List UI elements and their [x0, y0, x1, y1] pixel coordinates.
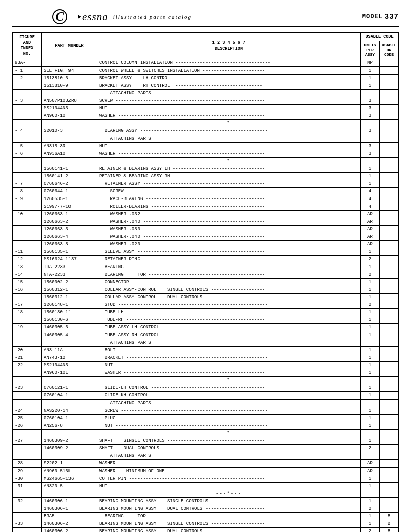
cell-usable-code	[380, 323, 399, 331]
cell-part-number	[42, 89, 97, 97]
cell-usable-code	[380, 218, 399, 225]
cell-description: COLLAR ASSY-CONTROL SINGLE CONTROLS ----…	[97, 286, 361, 293]
cell-usable-code	[380, 361, 399, 369]
cell-description: ---*---	[97, 157, 361, 165]
table-row: -22MS21044N3 NUT -----------------------…	[13, 361, 399, 369]
cell-part-number: 0760121-1	[42, 384, 97, 391]
cell-units: 2	[361, 444, 380, 452]
cell-usable-code	[380, 135, 399, 142]
cell-description: SLEEVE ASSY ----------------------------…	[97, 248, 361, 255]
cell-units: 1	[361, 248, 380, 255]
cell-description: WASHER-.050 ----------------------------…	[97, 225, 361, 233]
cell-usable-code	[380, 180, 399, 187]
th-part-number: PART NUMBER	[42, 33, 97, 59]
cell-usable-code	[380, 414, 399, 422]
cell-units	[361, 157, 380, 165]
cell-part-number	[42, 157, 97, 165]
cell-figure	[13, 89, 42, 97]
cell-usable-code	[380, 482, 399, 490]
cell-units: 2	[361, 271, 380, 278]
cell-figure	[13, 119, 42, 127]
cell-description: TUBE ASSY-LH CONTROL -------------------…	[97, 323, 361, 331]
cell-usable-code	[380, 97, 399, 104]
cell-part-number	[42, 376, 97, 384]
cell-figure: -10	[13, 210, 42, 218]
cell-figure: -13	[13, 263, 42, 271]
cell-usable-code	[380, 437, 399, 444]
cell-units: 1	[361, 263, 380, 271]
cell-figure: -15	[13, 278, 42, 286]
cell-description: BEARING MOUNTING ASSY SINGLE CONTROLS --…	[97, 497, 361, 505]
cell-part-number: MS21044N3	[42, 104, 97, 112]
table-row: BRA5 BEARING TOR -----------------------…	[13, 512, 399, 520]
cell-part-number: 1460306-1	[42, 497, 97, 505]
page-header: C essna illustrated parts catalog MODEL …	[12, 9, 399, 27]
cell-description: SCREW ----------------------------------…	[97, 187, 361, 195]
cell-figure: -12	[13, 255, 42, 263]
table-row: -21AN743-12 BRACKET --------------------…	[13, 354, 399, 361]
cell-figure: -27	[13, 437, 42, 444]
cell-usable-code	[380, 467, 399, 475]
cell-figure	[13, 391, 42, 399]
parts-table: FIGUREANDINDEXNO. PART NUMBER 1 2 3 4 5 …	[12, 32, 399, 532]
cell-figure: -32	[13, 497, 42, 505]
cell-usable-code	[380, 354, 399, 361]
cell-description: WASHER-.032 ----------------------------…	[97, 210, 361, 218]
table-row: ---*---	[13, 376, 399, 384]
table-row: -271460309-2SHAFT SINGLE CONTROLS ------…	[13, 437, 399, 444]
cell-description: BEARING --------------------------------…	[97, 263, 361, 271]
cell-part-number: 1260535-1	[42, 195, 97, 203]
cell-usable-code	[380, 271, 399, 278]
cell-usable-code	[380, 376, 399, 384]
cell-part-number: AN960-10	[42, 112, 97, 119]
cell-part-number: 1560141-2	[42, 172, 97, 180]
cell-part-number	[42, 135, 97, 142]
table-row: -181560130-11 TUBE-LH ------------------…	[13, 308, 399, 316]
cell-usable-code	[380, 286, 399, 293]
desc-label: DESCRIPTION	[99, 46, 358, 51]
cell-description: NUT ------------------------------------…	[97, 104, 361, 112]
cell-description: RETAINER & BEARING ASSY LH -------------…	[97, 165, 361, 172]
table-row: 1260663-5 WASHER-.020 ------------------…	[13, 240, 399, 248]
cell-units: AR	[361, 459, 380, 467]
cell-units	[361, 429, 380, 437]
cell-units: 1	[361, 331, 380, 339]
table-row: ---*---	[13, 429, 399, 437]
cell-description: WASHER ---------------------------------…	[97, 112, 361, 119]
cell-units: 1	[361, 293, 380, 301]
cell-figure: - 7	[13, 180, 42, 187]
cell-description: PLUG -----------------------------------…	[97, 414, 361, 422]
cell-part-number: MS16624-1137	[42, 255, 97, 263]
cell-units: 1	[361, 316, 380, 323]
cell-part-number	[42, 490, 97, 497]
cell-units: 1	[361, 346, 380, 354]
table-row: 1560141-1RETAINER & BEARING ASSY LH ----…	[13, 165, 399, 172]
cell-usable-code	[380, 497, 399, 505]
table-row: 1560312-1 COLLAR ASSY-CONTROL DUAL CONTR…	[13, 293, 399, 301]
cell-description: RACE-BEARING ---------------------------…	[97, 195, 361, 203]
cell-figure: - 3	[13, 97, 42, 104]
cell-part-number: BRA5	[42, 512, 97, 520]
cell-units: 1	[361, 437, 380, 444]
th-units-usable-top: USABLE CODE	[361, 33, 399, 41]
cell-figure: -17	[13, 301, 42, 308]
cell-figure	[13, 399, 42, 407]
cell-part-number: NAS220-14	[42, 407, 97, 414]
cell-part-number: 0760646-2	[42, 180, 97, 187]
cell-figure: - 2	[13, 74, 42, 82]
cell-part-number: AN507P103ZR8	[42, 97, 97, 104]
cell-description: SHAFT DUAL CONTROLS --------------------…	[97, 444, 361, 452]
cell-usable-code	[380, 444, 399, 452]
cell-units: 1	[361, 361, 380, 369]
cell-description: TUBE-RH --------------------------------…	[97, 316, 361, 323]
cell-description: NUT ------------------------------------…	[97, 142, 361, 150]
table-row: ATTACHING PARTS	[13, 135, 399, 142]
cell-part-number	[42, 429, 97, 437]
cell-units: 4	[361, 203, 380, 210]
table-row: 1260663-2 WASHER-.040 ------------------…	[13, 218, 399, 225]
cell-description: BEARING MOUNTING ASSY DUAL CONTROLS ----…	[97, 527, 361, 532]
table-row: -20AN3-11A BOLT ------------------------…	[13, 346, 399, 354]
cell-description: NUT ------------------------------------…	[97, 422, 361, 429]
table-row: 1560141-2RETAINER & BEARING ASSY RH ----…	[13, 172, 399, 180]
cell-description: WASHER ---------------------------------…	[97, 150, 361, 157]
